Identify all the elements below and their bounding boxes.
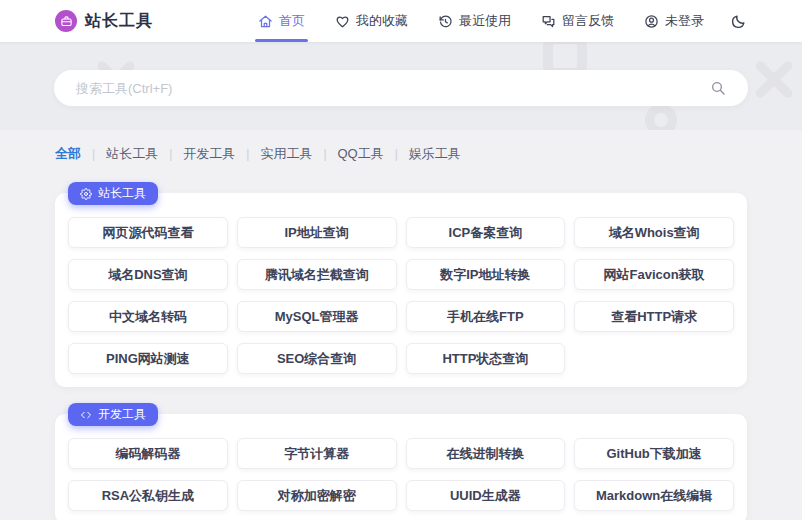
tool-button[interactable]: 腾讯域名拦截查询 [237, 259, 397, 290]
nav-item-label: 首页 [279, 12, 305, 30]
tool-button[interactable]: 编码解码器 [68, 438, 228, 469]
section-card-0: 站长工具网页源代码查看IP地址查询ICP备案查询域名Whois查询域名DNS查询… [55, 193, 747, 387]
nav-item-0[interactable]: 首页 [258, 0, 305, 42]
logo [55, 10, 77, 32]
tool-button[interactable]: 域名DNS查询 [68, 259, 228, 290]
category-item-5[interactable]: 娱乐工具 [409, 145, 461, 163]
tool-button[interactable]: IP地址查询 [237, 217, 397, 248]
tool-grid: 编码解码器字节计算器在线进制转换GitHub下载加速RSA公私钥生成对称加密解密… [68, 438, 734, 511]
history-icon [438, 14, 453, 29]
gear-icon [80, 188, 92, 200]
category-separator: | [92, 147, 95, 161]
category-item-3[interactable]: 实用工具 [260, 145, 312, 163]
category-item-0[interactable]: 全部 [55, 145, 81, 163]
feedback-icon [541, 14, 556, 29]
toolbox-icon [60, 15, 73, 28]
section-card-1: 开发工具编码解码器字节计算器在线进制转换GitHub下载加速RSA公私钥生成对称… [55, 414, 747, 520]
tool-button[interactable]: MySQL管理器 [237, 301, 397, 332]
category-item-2[interactable]: 开发工具 [183, 145, 235, 163]
moon-icon[interactable] [730, 13, 747, 30]
tool-button[interactable]: 数字IP地址转换 [406, 259, 566, 290]
tool-button[interactable]: 对称加密解密 [237, 480, 397, 511]
nav-item-label: 未登录 [665, 12, 704, 30]
section-badge: 站长工具 [68, 182, 158, 205]
nav-item-label: 留言反馈 [562, 12, 614, 30]
tool-button[interactable]: HTTP状态查询 [406, 343, 566, 374]
main-nav: 首页我的收藏最近使用留言反馈未登录 [258, 0, 704, 42]
tool-button[interactable]: PING网站测速 [68, 343, 228, 374]
tool-button[interactable]: RSA公私钥生成 [68, 480, 228, 511]
nav-item-2[interactable]: 最近使用 [438, 0, 511, 42]
tool-button[interactable]: 在线进制转换 [406, 438, 566, 469]
tool-button[interactable]: GitHub下载加速 [574, 438, 734, 469]
tool-button[interactable]: 查看HTTP请求 [574, 301, 734, 332]
nav-item-label: 最近使用 [459, 12, 511, 30]
tool-button[interactable]: SEO综合查询 [237, 343, 397, 374]
search-bar [54, 70, 748, 106]
brand-title: 站长工具 [85, 11, 153, 32]
home-icon [258, 14, 273, 29]
tool-button[interactable]: Markdown在线编辑 [574, 480, 734, 511]
nav-item-3[interactable]: 留言反馈 [541, 0, 614, 42]
category-separator: | [323, 147, 326, 161]
search-banner [0, 42, 802, 130]
user-icon [644, 14, 659, 29]
section-title: 站长工具 [98, 185, 146, 202]
header: 站长工具 首页我的收藏最近使用留言反馈未登录 [0, 0, 802, 42]
brand[interactable]: 站长工具 [55, 10, 153, 32]
nav-item-label: 我的收藏 [356, 12, 408, 30]
tool-button[interactable]: 网页源代码查看 [68, 217, 228, 248]
tool-button[interactable]: 域名Whois查询 [574, 217, 734, 248]
search-input[interactable] [76, 81, 710, 96]
section-title: 开发工具 [98, 406, 146, 423]
nav-item-4[interactable]: 未登录 [644, 0, 704, 42]
tool-button[interactable]: 中文域名转码 [68, 301, 228, 332]
category-bar: 全部|站长工具|开发工具|实用工具|QQ工具|娱乐工具 [0, 144, 802, 164]
category-separator: | [395, 147, 398, 161]
tool-button[interactable]: 手机在线FTP [406, 301, 566, 332]
tool-button[interactable]: ICP备案查询 [406, 217, 566, 248]
search-icon[interactable] [710, 80, 726, 96]
section-badge: 开发工具 [68, 403, 158, 426]
tool-sections: 站长工具网页源代码查看IP地址查询ICP备案查询域名Whois查询域名DNS查询… [0, 193, 802, 520]
tool-button[interactable]: 字节计算器 [237, 438, 397, 469]
category-item-4[interactable]: QQ工具 [338, 145, 384, 163]
search-wrap [0, 42, 802, 130]
tool-button[interactable]: 网站Favicon获取 [574, 259, 734, 290]
category-separator: | [246, 147, 249, 161]
category-item-1[interactable]: 站长工具 [106, 145, 158, 163]
category-separator: | [169, 147, 172, 161]
nav-item-1[interactable]: 我的收藏 [335, 0, 408, 42]
code-icon [80, 409, 92, 421]
tool-button[interactable]: UUID生成器 [406, 480, 566, 511]
heart-icon [335, 14, 350, 29]
tool-grid: 网页源代码查看IP地址查询ICP备案查询域名Whois查询域名DNS查询腾讯域名… [68, 217, 734, 374]
